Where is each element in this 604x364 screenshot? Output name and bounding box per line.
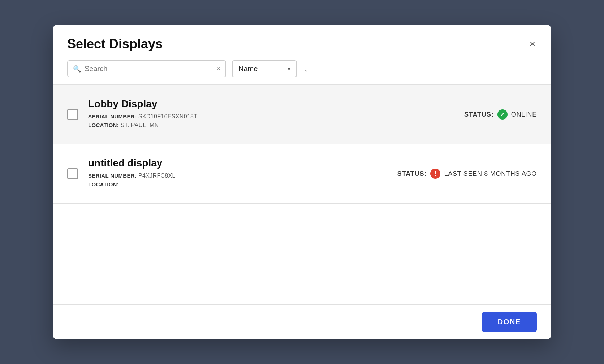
sort-descending-icon: ↓	[304, 64, 308, 74]
search-input[interactable]	[85, 65, 213, 73]
status-label-lobby: STATUS:	[464, 111, 494, 118]
serial-label-untitled: SERIAL NUMBER:	[88, 173, 137, 179]
display-info-lobby: Lobby Display SERIAL NUMBER: SKD10F16ESX…	[88, 98, 454, 131]
serial-label: SERIAL NUMBER:	[88, 113, 137, 120]
display-list: Lobby Display SERIAL NUMBER: SKD10F16ESX…	[53, 85, 551, 304]
close-icon: ×	[530, 39, 535, 49]
modal-title: Select Displays	[67, 36, 163, 52]
modal-overlay: Select Displays × 🔍 × Name ▾ ↓	[0, 0, 604, 364]
status-icon-warning: !	[430, 169, 440, 179]
sort-direction-button[interactable]: ↓	[303, 63, 310, 75]
done-button[interactable]: DONE	[482, 312, 537, 332]
status-section-untitled: STATUS: ! LAST SEEN 8 MONTHS AGO	[397, 169, 537, 179]
status-label-untitled: STATUS:	[397, 170, 427, 178]
status-icon-online: ✓	[497, 109, 508, 120]
sort-select[interactable]: Name ▾	[232, 60, 297, 77]
location-label: LOCATION:	[88, 122, 119, 128]
status-section-lobby: STATUS: ✓ ONLINE	[464, 109, 537, 120]
display-serial-untitled: SERIAL NUMBER: P4XJRFC8XL	[88, 173, 387, 179]
display-serial-lobby: SERIAL NUMBER: SKD10F16ESXN018T	[88, 113, 454, 120]
location-value: ST. PAUL, MN	[121, 122, 159, 128]
search-wrapper: 🔍 ×	[67, 60, 226, 77]
display-checkbox-lobby[interactable]	[67, 109, 78, 120]
serial-value: SKD10F16ESXN018T	[138, 113, 197, 120]
display-name-lobby: Lobby Display	[88, 98, 454, 110]
clear-icon: ×	[216, 65, 220, 73]
search-clear-button[interactable]: ×	[216, 65, 220, 73]
display-name-untitled: untitled display	[88, 157, 387, 169]
modal-footer: DONE	[53, 304, 551, 339]
sort-label: Name	[238, 65, 284, 73]
display-info-untitled: untitled display SERIAL NUMBER: P4XJRFC8…	[88, 157, 387, 190]
chevron-down-icon: ▾	[288, 65, 290, 72]
display-item-untitled: untitled display SERIAL NUMBER: P4XJRFC8…	[53, 144, 551, 204]
location-label-untitled: LOCATION:	[88, 181, 119, 187]
display-location-lobby: LOCATION: ST. PAUL, MN	[88, 122, 454, 129]
display-item-lobby: Lobby Display SERIAL NUMBER: SKD10F16ESX…	[53, 85, 551, 144]
status-text-lobby: ONLINE	[511, 111, 537, 118]
display-checkbox-untitled[interactable]	[67, 168, 78, 179]
display-location-untitled: LOCATION:	[88, 181, 387, 188]
search-icon: 🔍	[73, 65, 81, 73]
modal-header: Select Displays ×	[53, 25, 551, 60]
modal: Select Displays × 🔍 × Name ▾ ↓	[53, 25, 551, 339]
status-text-untitled: LAST SEEN 8 MONTHS AGO	[444, 170, 537, 178]
close-button[interactable]: ×	[528, 38, 537, 51]
toolbar: 🔍 × Name ▾ ↓	[53, 60, 551, 84]
serial-value-untitled: P4XJRFC8XL	[138, 173, 176, 179]
